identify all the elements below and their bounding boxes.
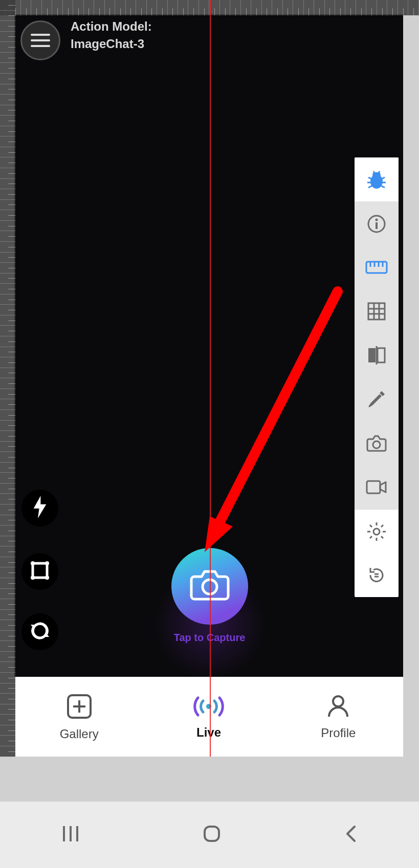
model-label: Action Model: <box>71 19 152 34</box>
nav-live-label: Live <box>196 725 221 740</box>
back-button[interactable] <box>343 824 359 846</box>
svg-rect-0 <box>33 563 47 578</box>
system-nav-bar <box>0 802 419 868</box>
flash-icon <box>31 496 49 520</box>
model-header: Action Model: ImageChat-3 <box>71 19 152 51</box>
svg-point-51 <box>333 696 343 706</box>
svg-line-16 <box>373 171 374 173</box>
screenshot-icon[interactable] <box>355 421 399 465</box>
home-icon <box>202 824 222 844</box>
nav-profile-label: Profile <box>321 726 356 740</box>
profile-icon <box>325 693 351 722</box>
svg-line-15 <box>381 186 385 188</box>
svg-line-41 <box>370 525 372 527</box>
svg-rect-31 <box>368 348 376 362</box>
svg-point-4 <box>45 576 49 580</box>
svg-rect-20 <box>376 222 378 229</box>
svg-line-43 <box>381 525 383 527</box>
svg-rect-35 <box>367 481 380 493</box>
settings-icon[interactable] <box>355 509 399 553</box>
restart-icon[interactable] <box>355 553 399 597</box>
svg-line-17 <box>379 171 380 173</box>
svg-point-19 <box>376 218 378 221</box>
svg-line-42 <box>381 536 383 538</box>
nav-profile[interactable]: Profile <box>274 677 403 757</box>
bottom-nav: Gallery Live Profile <box>14 677 403 757</box>
menu-button[interactable] <box>20 20 60 60</box>
hamburger-icon <box>31 34 50 47</box>
recent-apps-icon <box>61 824 80 843</box>
broadcast-icon <box>191 694 227 721</box>
debug-toolbar <box>355 157 399 597</box>
info-icon[interactable] <box>355 201 399 245</box>
back-icon <box>343 824 359 844</box>
app-root: Action Model: ImageChat-3 Tap to Capture <box>0 0 419 868</box>
svg-point-34 <box>373 441 380 448</box>
video-icon[interactable] <box>355 465 399 509</box>
flash-button[interactable] <box>21 490 58 527</box>
eyedropper-icon[interactable] <box>355 377 399 421</box>
svg-point-3 <box>31 576 35 580</box>
svg-point-1 <box>31 561 35 565</box>
svg-point-2 <box>45 561 49 565</box>
ruler-icon[interactable] <box>355 245 399 289</box>
svg-rect-21 <box>366 262 387 273</box>
svg-line-14 <box>368 186 372 188</box>
bug-icon[interactable] <box>355 157 399 201</box>
frame-button[interactable] <box>21 553 58 590</box>
ruler-left <box>0 0 15 757</box>
compare-icon[interactable] <box>355 333 399 377</box>
svg-rect-26 <box>368 303 385 319</box>
switch-camera-button[interactable] <box>21 613 58 650</box>
recent-apps-button[interactable] <box>61 824 80 846</box>
svg-point-36 <box>373 529 380 535</box>
home-button[interactable] <box>202 824 222 846</box>
sync-icon <box>30 621 50 643</box>
svg-line-44 <box>370 536 372 538</box>
svg-rect-55 <box>205 827 219 841</box>
nav-live[interactable]: Live <box>144 677 273 757</box>
svg-rect-32 <box>378 348 385 362</box>
model-name[interactable]: ImageChat-3 <box>71 37 152 51</box>
frame-icon <box>30 560 50 583</box>
nav-gallery[interactable]: Gallery <box>14 677 144 757</box>
vertical-guide-line <box>210 0 211 757</box>
plus-square-icon <box>65 692 94 723</box>
nav-gallery-label: Gallery <box>60 727 99 741</box>
grid-icon[interactable] <box>355 289 399 333</box>
